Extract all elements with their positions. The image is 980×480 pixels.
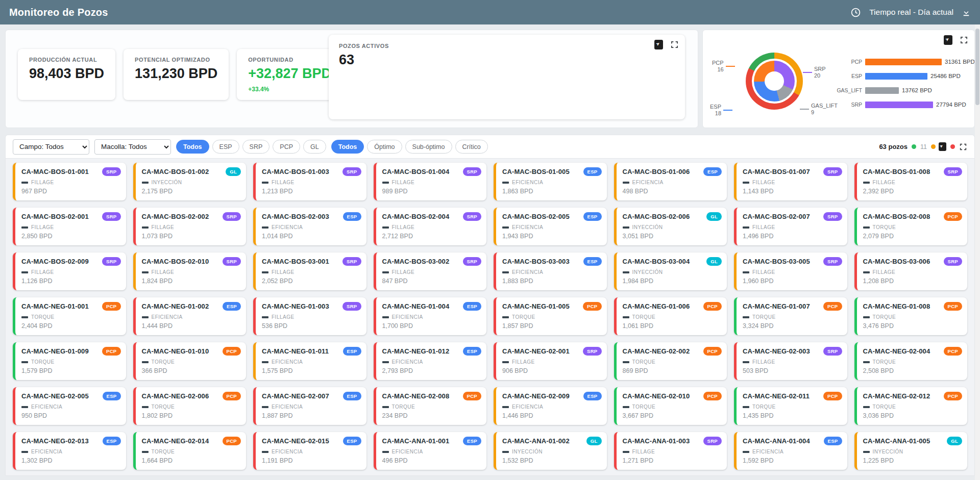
well-metric-value: 989 BPD — [382, 188, 482, 195]
well-card[interactable]: CA-MAC-NEG-02-007 ESP EFICIENCIA 1,887 B… — [253, 387, 366, 425]
well-card[interactable]: CA-MAC-NEG-02-002 PCP TORQUE 869 BPD — [614, 342, 727, 380]
well-card[interactable]: CA-MAC-NEG-02-009 ESP EFICIENCIA 1,446 B… — [494, 387, 607, 425]
well-type-badge: ESP — [463, 347, 481, 356]
well-card[interactable]: CA-MAC-NEG-01-004 ESP EFICIENCIA 1,700 B… — [374, 297, 487, 335]
well-metric-label: FILLAGE — [31, 180, 54, 185]
well-metric-value: 1,444 BPD — [142, 322, 241, 330]
well-card[interactable]: CA-MAC-NEG-01-009 PCP TORQUE 1,579 BPD — [13, 342, 126, 380]
export-icon[interactable] — [939, 142, 946, 151]
well-card[interactable]: CA-MAC-BOS-03-002 SRP FILLAGE 847 BPD — [374, 252, 487, 290]
download-icon[interactable] — [962, 8, 971, 17]
scrollbar-thumb[interactable] — [975, 29, 979, 105]
well-card[interactable]: CA-MAC-NEG-02-003 SRP FILLAGE 503 BPD — [734, 342, 847, 380]
well-type-badge: SRP — [223, 257, 241, 266]
well-card[interactable]: CA-MAC-NEG-01-012 ESP EFICIENCIA 2,793 B… — [374, 342, 487, 380]
well-type-badge: PCP — [823, 392, 842, 400]
kpi-value: +32,827 BPD — [248, 66, 331, 82]
well-card[interactable]: CA-MAC-BOS-03-005 SRP FILLAGE 1,960 BPD — [734, 252, 847, 290]
well-metric-label: EFICIENCIA — [31, 404, 62, 410]
well-card[interactable]: CA-MAC-BOS-02-009 SRP FILLAGE 1,126 BPD — [13, 252, 126, 290]
well-metric-label: FILLAGE — [873, 269, 896, 275]
type-filter-pcp[interactable]: PCP — [273, 140, 300, 154]
export-icon[interactable] — [654, 40, 663, 49]
fullscreen-icon[interactable] — [959, 143, 967, 151]
well-card[interactable]: CA-MAC-NEG-02-011 PCP TORQUE 1,435 BPD — [734, 387, 847, 425]
well-card[interactable]: CA-MAC-BOS-03-001 SRP FILLAGE 2,052 BPD — [253, 252, 366, 290]
well-card[interactable]: CA-MAC-NEG-02-006 PCP TORQUE 1,802 BPD — [133, 387, 247, 425]
status-filter-todos[interactable]: Todos — [331, 140, 364, 154]
well-card[interactable]: CA-MAC-BOS-03-006 SRP FILLAGE 1,208 BPD — [854, 252, 968, 290]
status-filter--ptimo[interactable]: Óptimo — [367, 140, 402, 154]
well-card[interactable]: CA-MAC-BOS-01-001 SRP FILLAGE 967 BPD — [13, 163, 126, 200]
well-card[interactable]: CA-MAC-BOS-01-007 SRP FILLAGE 1,143 BPD — [734, 163, 847, 200]
well-card[interactable]: CA-MAC-NEG-02-012 PCP TORQUE 3,036 BPD — [854, 387, 968, 425]
well-card[interactable]: CA-MAC-NEG-01-010 PCP TORQUE 366 BPD — [133, 342, 247, 380]
well-card[interactable]: CA-MAC-BOS-02-010 SRP FILLAGE 1,824 BPD — [133, 252, 247, 290]
macolla-select[interactable]: Macolla: Todos — [94, 139, 171, 155]
well-card[interactable]: CA-MAC-ANA-01-004 ESP EFICIENCIA 1,592 B… — [734, 432, 847, 470]
well-card[interactable]: CA-MAC-NEG-02-013 ESP EFICIENCIA 1,302 B… — [13, 432, 126, 470]
type-filter-gl[interactable]: GL — [303, 140, 326, 154]
well-card[interactable]: CA-MAC-NEG-02-014 PCP TORQUE 1,664 BPD — [133, 432, 247, 470]
type-filter-srp[interactable]: SRP — [242, 140, 270, 154]
well-card[interactable]: CA-MAC-BOS-02-007 SRP FILLAGE 1,496 BPD — [734, 208, 847, 245]
well-card[interactable]: CA-MAC-ANA-01-002 GL INYECCIÓN 1,532 BPD — [494, 432, 607, 470]
well-type-badge: GL — [706, 257, 722, 266]
well-metric-label: EFICIENCIA — [272, 449, 303, 454]
well-card[interactable]: CA-MAC-BOS-01-002 GL INYECCIÓN 2,175 BPD — [133, 163, 247, 200]
well-card[interactable]: CA-MAC-NEG-01-005 PCP TORQUE 1,857 BPD — [494, 297, 607, 335]
well-card[interactable]: CA-MAC-BOS-01-005 ESP EFICIENCIA 1,863 B… — [494, 163, 607, 200]
well-card[interactable]: CA-MAC-NEG-01-008 PCP TORQUE 3,476 BPD — [854, 297, 968, 335]
well-card[interactable]: CA-MAC-NEG-02-008 PCP TORQUE 234 BPD — [374, 387, 487, 425]
well-card[interactable]: CA-MAC-NEG-02-005 ESP EFICIENCIA 950 BPD — [13, 387, 126, 425]
well-card[interactable]: CA-MAC-NEG-01-001 PCP TORQUE 2,404 BPD — [13, 297, 126, 335]
page-title: Monitoreo de Pozos — [9, 7, 108, 18]
well-card[interactable]: CA-MAC-NEG-01-003 SRP FILLAGE 536 BPD — [253, 297, 366, 335]
well-card[interactable]: CA-MAC-NEG-01-011 ESP EFICIENCIA 1,575 B… — [253, 342, 366, 380]
well-card[interactable]: CA-MAC-NEG-01-006 PCP TORQUE 1,061 BPD — [614, 297, 727, 335]
trend-dash-icon — [502, 316, 509, 318]
well-card[interactable]: CA-MAC-NEG-02-004 PCP TORQUE 2,508 BPD — [854, 342, 968, 380]
well-card[interactable]: CA-MAC-BOS-02-006 GL INYECCIÓN 3,051 BPD — [614, 208, 727, 245]
trend-dash-icon — [623, 182, 629, 184]
well-card[interactable]: CA-MAC-NEG-01-007 PCP TORQUE 3,324 BPD — [734, 297, 847, 335]
well-type-badge: PCP — [703, 392, 722, 400]
status-filter-cr-tico[interactable]: Crítico — [455, 140, 488, 154]
well-card[interactable]: CA-MAC-ANA-01-003 SRP FILLAGE 1,271 BPD — [614, 432, 727, 470]
page-scrollbar[interactable] — [975, 24, 980, 480]
type-filter-esp[interactable]: ESP — [212, 140, 239, 154]
campo-select[interactable]: Campo: Todos — [13, 139, 89, 155]
well-card[interactable]: CA-MAC-ANA-01-005 GL INYECCIÓN 1,225 BPD — [854, 432, 968, 470]
well-card[interactable]: CA-MAC-BOS-01-006 ESP EFICIENCIA 498 BPD — [614, 163, 727, 200]
fullscreen-icon[interactable] — [670, 40, 679, 49]
well-card[interactable]: CA-MAC-BOS-02-001 SRP FILLAGE 2,850 BPD — [13, 208, 126, 245]
status-filter-sub-ptimo[interactable]: Sub-óptimo — [405, 140, 452, 154]
well-card[interactable]: CA-MAC-BOS-02-004 SRP FILLAGE 2,712 BPD — [374, 208, 487, 245]
trend-dash-icon — [262, 226, 268, 229]
well-card[interactable]: CA-MAC-BOS-01-004 SRP FILLAGE 989 BPD — [374, 163, 487, 200]
well-metric-value: 1,191 BPD — [262, 457, 361, 464]
trend-dash-icon — [142, 406, 149, 408]
trend-dash-icon — [743, 271, 749, 273]
well-card[interactable]: CA-MAC-BOS-03-004 GL INYECCIÓN 1,984 BPD — [614, 252, 727, 290]
well-card[interactable]: CA-MAC-BOS-02-003 ESP EFICIENCIA 1,014 B… — [253, 208, 366, 245]
export-icon[interactable] — [944, 35, 952, 45]
well-card[interactable]: CA-MAC-BOS-01-008 SRP FILLAGE 2,392 BPD — [854, 163, 968, 200]
well-card[interactable]: CA-MAC-BOS-02-002 SRP FILLAGE 1,073 BPD — [133, 208, 247, 245]
well-type-badge: SRP — [102, 167, 120, 176]
well-card[interactable]: CA-MAC-NEG-01-002 ESP EFICIENCIA 1,444 B… — [133, 297, 247, 335]
fullscreen-icon[interactable] — [960, 36, 968, 44]
well-card[interactable]: CA-MAC-BOS-03-003 ESP EFICIENCIA 1,883 B… — [494, 252, 607, 290]
well-card[interactable]: CA-MAC-NEG-02-001 SRP FILLAGE 906 BPD — [494, 342, 607, 380]
well-metric-label: FILLAGE — [873, 180, 896, 185]
well-metric-value: 3,036 BPD — [863, 412, 963, 419]
well-card[interactable]: CA-MAC-ANA-01-001 ESP EFICIENCIA 496 BPD — [374, 432, 487, 470]
well-card[interactable]: CA-MAC-BOS-02-008 PCP TORQUE 2,079 BPD — [854, 208, 968, 245]
well-card[interactable]: CA-MAC-BOS-01-003 SRP FILLAGE 1,213 BPD — [253, 163, 366, 200]
type-filter-todos[interactable]: Todos — [176, 140, 209, 154]
wells-grid: CA-MAC-BOS-01-001 SRP FILLAGE 967 BPD CA… — [6, 159, 974, 476]
well-card[interactable]: CA-MAC-BOS-02-005 ESP EFICIENCIA 1,943 B… — [494, 208, 607, 245]
well-card[interactable]: CA-MAC-NEG-02-010 PCP TORQUE 3,667 BPD — [614, 387, 727, 425]
trend-dash-icon — [262, 361, 268, 363]
well-card[interactable]: CA-MAC-NEG-02-015 ESP EFICIENCIA 1,191 B… — [253, 432, 366, 470]
